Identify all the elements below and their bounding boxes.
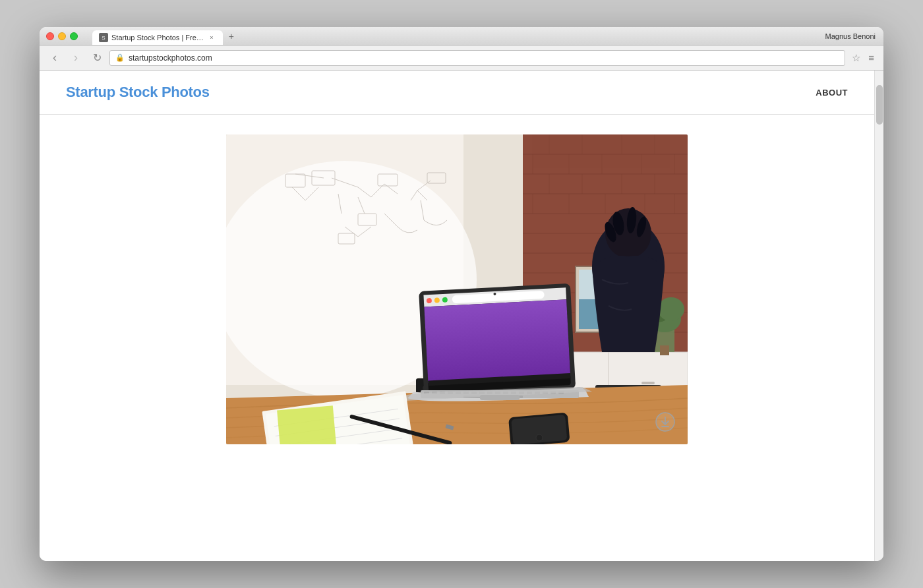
scrollbar[interactable] — [874, 71, 883, 561]
minimize-button[interactable] — [58, 32, 66, 40]
svg-rect-101 — [480, 395, 520, 400]
browser-tab[interactable]: S Startup Stock Photos | Fre… × — [92, 30, 223, 45]
nav-bar: ‹ › ↻ 🔒 startupstockphotos.com ☆ ≡ — [40, 45, 883, 71]
svg-rect-47 — [660, 345, 669, 355]
back-button[interactable]: ‹ — [46, 49, 63, 67]
lock-icon: 🔒 — [115, 53, 125, 62]
tab-bar: S Startup Stock Photos | Fre… × + — [92, 27, 237, 45]
title-bar: S Startup Stock Photos | Fre… × + Magnus… — [40, 27, 883, 45]
tab-favicon: S — [99, 33, 108, 42]
site-header: Startup Stock Photos ABOUT — [40, 71, 874, 115]
close-button[interactable] — [46, 32, 54, 40]
forward-button[interactable]: › — [67, 49, 84, 67]
photo-container — [226, 134, 688, 444]
tab-title: Startup Stock Photos | Fre… — [111, 34, 204, 42]
mac-window: S Startup Stock Photos | Fre… × + Magnus… — [40, 27, 883, 561]
download-icon — [655, 412, 675, 432]
menu-icon[interactable]: ≡ — [866, 52, 877, 64]
site-logo[interactable]: Startup Stock Photos — [66, 84, 210, 101]
refresh-button[interactable]: ↻ — [88, 49, 105, 67]
hero-photo — [226, 134, 688, 444]
traffic-lights — [46, 32, 78, 40]
new-tab-button[interactable]: + — [225, 30, 237, 42]
nav-about-link[interactable]: ABOUT — [816, 88, 848, 98]
browser-content: Startup Stock Photos ABOUT — [40, 71, 874, 561]
photo-svg — [226, 134, 688, 444]
address-bar[interactable]: 🔒 startupstockphotos.com — [109, 50, 845, 66]
nav-right-buttons: ☆ ≡ — [849, 52, 877, 64]
site-main — [40, 115, 874, 464]
address-text: startupstockphotos.com — [129, 53, 212, 63]
svg-rect-114 — [277, 405, 336, 444]
svg-point-46 — [658, 297, 684, 321]
maximize-button[interactable] — [70, 32, 78, 40]
user-name: Magnus Benoni — [825, 32, 876, 40]
scrollbar-thumb[interactable] — [876, 85, 883, 125]
svg-rect-78 — [424, 299, 570, 383]
svg-rect-42 — [641, 382, 655, 384]
download-button[interactable] — [653, 410, 677, 434]
svg-point-104 — [536, 434, 543, 441]
tab-close-button[interactable]: × — [207, 33, 216, 42]
bookmark-icon[interactable]: ☆ — [849, 52, 863, 64]
browser-content-wrapper: Startup Stock Photos ABOUT — [40, 71, 883, 561]
